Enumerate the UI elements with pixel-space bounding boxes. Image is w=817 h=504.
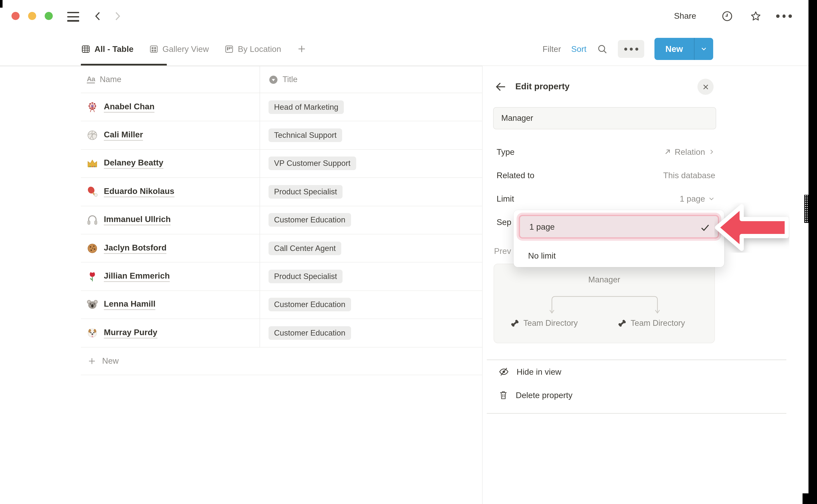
panel-back-arrow-icon[interactable] [495, 80, 507, 93]
option-1-page[interactable]: 1 page [519, 215, 719, 239]
preview-child-right: Team Directory [618, 319, 685, 328]
annotation-arrow [714, 202, 789, 253]
name-cell[interactable]: Cali Miller [81, 121, 260, 149]
name-cell[interactable]: Lenna Hamill [81, 291, 260, 319]
plus-icon [87, 356, 97, 366]
panel-close-button[interactable] [697, 79, 714, 95]
title-tag: Customer Education [268, 298, 351, 312]
favorite-star-icon[interactable] [750, 10, 762, 22]
panel-divider [487, 359, 786, 360]
gallery-view-icon [149, 44, 158, 54]
chevron-down-icon [708, 195, 715, 202]
database-table: Aa Name Title Anabel Chan Head of Market… [81, 66, 482, 375]
screenshot-corner-artifact [0, 0, 3, 8]
add-view-plus-icon[interactable] [296, 44, 307, 54]
dog-icon [86, 327, 98, 339]
related-to-value[interactable]: This database [663, 170, 715, 180]
column-header-name[interactable]: Aa Name [81, 66, 260, 93]
hide-in-view-button[interactable]: Hide in view [498, 362, 720, 381]
type-value[interactable]: Relation [664, 147, 715, 157]
new-button[interactable]: New [655, 38, 713, 60]
field-row-type: Type Relation [497, 142, 715, 161]
field-row-related-to: Related to This database [497, 166, 715, 185]
clipped-preview-label: Prev [494, 242, 511, 260]
title-tag: Technical Support [268, 128, 342, 142]
limit-value[interactable]: 1 page [680, 194, 715, 204]
title-cell[interactable]: Product Specialist [260, 263, 482, 290]
relation-preview-card: Manager Team Directory Team Directory [494, 264, 715, 343]
name-cell[interactable]: Jillian Emmerich [81, 263, 260, 290]
phone-icon [618, 319, 627, 328]
name-cell[interactable]: Immanuel Ullrich [81, 206, 260, 234]
tab-gallery-view[interactable]: Gallery View [149, 44, 209, 54]
name-cell[interactable]: Murray Purdy [81, 319, 260, 347]
name-cell[interactable]: Anabel Chan [81, 93, 260, 121]
title-cell[interactable]: Customer Education [260, 206, 482, 234]
table-header-row: Aa Name Title [81, 66, 482, 93]
minimize-window-button[interactable] [28, 12, 36, 20]
name-cell[interactable]: Eduardo Nikolaus [81, 178, 260, 206]
title-property-icon: Aa [87, 75, 95, 84]
title-tag: Head of Marketing [268, 100, 344, 114]
notion-window: Share All - Table Gallery View By [0, 0, 817, 504]
headphones-icon [86, 214, 98, 226]
ping-pong-icon [86, 186, 98, 198]
title-tag: Product Specialist [268, 185, 342, 199]
table-row: Eduardo Nikolaus Product Specialist [81, 178, 482, 206]
edit-property-panel: Edit property Type Relation Related to T… [482, 66, 817, 504]
title-cell[interactable]: Customer Education [260, 319, 482, 347]
name-cell[interactable]: Jaclyn Botsford [81, 234, 260, 262]
panel-divider [487, 413, 786, 414]
column-header-title[interactable]: Title [260, 75, 482, 84]
delete-property-button[interactable]: Delete property [498, 386, 720, 404]
table-row: Cali Miller Technical Support [81, 121, 482, 150]
sidebar-menu-icon[interactable] [67, 12, 79, 24]
close-icon [702, 83, 709, 90]
table-row: Lenna Hamill Customer Education [81, 291, 482, 319]
add-new-row-button[interactable]: New [81, 347, 482, 375]
screenshot-edge-artifact [808, 0, 817, 504]
zoom-window-button[interactable] [45, 12, 53, 20]
view-tabs: All - Table Gallery View By Location [81, 36, 307, 62]
tab-by-location[interactable]: By Location [224, 44, 281, 54]
close-window-button[interactable] [11, 12, 20, 20]
title-cell[interactable]: Product Specialist [260, 178, 482, 206]
title-cell[interactable]: Head of Marketing [260, 93, 482, 121]
chevron-right-icon [708, 148, 715, 156]
back-arrow-icon[interactable] [92, 10, 104, 22]
title-tag: VP Customer Support [268, 157, 356, 170]
title-cell[interactable]: Call Center Agent [260, 234, 482, 262]
sort-button[interactable]: Sort [571, 44, 587, 54]
select-property-icon [268, 75, 278, 84]
share-button[interactable]: Share [674, 11, 696, 21]
search-icon[interactable] [597, 43, 608, 54]
ferris-wheel-icon [86, 101, 98, 113]
tab-all-table[interactable]: All - Table [81, 44, 133, 54]
new-dropdown-chevron-icon[interactable] [694, 38, 713, 60]
title-cell[interactable]: Customer Education [260, 291, 482, 319]
title-cell[interactable]: VP Customer Support [260, 150, 482, 178]
screenshot-edge-artifact [803, 493, 817, 504]
filter-button[interactable]: Filter [543, 44, 561, 54]
forward-arrow-icon[interactable] [111, 10, 123, 22]
rose-icon [86, 271, 98, 282]
property-name-input[interactable] [493, 107, 716, 129]
panel-title: Edit property [515, 81, 570, 91]
option-no-limit[interactable]: No limit [528, 248, 556, 264]
phone-icon [510, 319, 520, 328]
table-row: Delaney Beatty VP Customer Support [81, 150, 482, 178]
window-controls [11, 12, 53, 20]
table-row: Murray Purdy Customer Education [81, 319, 482, 347]
crown-icon [86, 158, 98, 169]
title-cell[interactable]: Technical Support [260, 121, 482, 149]
database-more-button[interactable] [618, 40, 644, 58]
more-options-icon[interactable] [776, 14, 792, 18]
koala-icon [86, 299, 98, 311]
trash-icon [498, 390, 509, 400]
cookie-icon [86, 242, 98, 254]
table-row: Jaclyn Botsford Call Center Agent [81, 234, 482, 263]
volleyball-icon [86, 129, 98, 141]
name-cell[interactable]: Delaney Beatty [81, 150, 260, 178]
updates-clock-icon[interactable] [721, 10, 733, 22]
title-tag: Call Center Agent [268, 241, 341, 255]
